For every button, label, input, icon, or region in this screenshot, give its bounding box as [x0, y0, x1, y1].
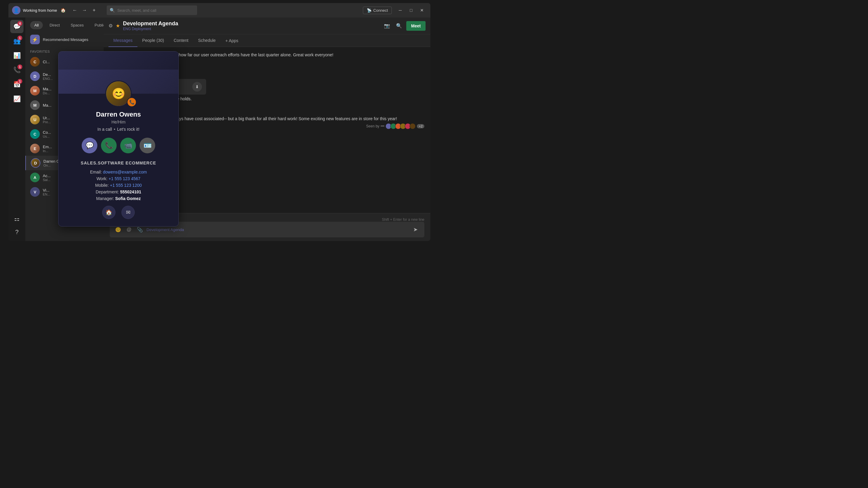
- tab-apps[interactable]: + Apps: [221, 34, 243, 47]
- calendar-badge: 1: [18, 79, 22, 84]
- title-emoji: 🏠: [61, 8, 66, 13]
- tab-schedule[interactable]: Schedule: [193, 34, 220, 47]
- profile-icon: 🏠: [105, 209, 112, 216]
- tab-people[interactable]: People (30): [137, 34, 169, 47]
- department-value: 555024101: [120, 190, 141, 194]
- sidebar-item-people[interactable]: 👥 1: [10, 34, 24, 47]
- connect-icon: 📡: [367, 8, 372, 13]
- work-phone-link[interactable]: +1 555 123 4567: [108, 176, 141, 181]
- contact-footer: 🏠 ✉: [66, 206, 171, 219]
- seen-count: +2: [417, 124, 424, 128]
- mobile-label: Mobile:: [95, 183, 109, 188]
- people-badge: 1: [18, 36, 22, 40]
- sidebar-bottom: ⚏ ?: [10, 212, 24, 238]
- mail-icon: ✉: [126, 209, 130, 216]
- profile-footer-button[interactable]: 🏠: [102, 206, 116, 219]
- send-button[interactable]: ➤: [410, 225, 420, 234]
- video-call-icon-btn[interactable]: 📷: [382, 21, 392, 31]
- title-bar: 👤 Working from home 🏠 ← → + 🔍 📡 Connect …: [8, 3, 430, 18]
- activity-icon: 📊: [13, 52, 21, 59]
- connect-button[interactable]: 📡 Connect: [363, 7, 392, 14]
- calls-badge: 1: [18, 64, 22, 69]
- window-controls: ─ □ ✕: [396, 6, 427, 14]
- maximize-button[interactable]: □: [406, 6, 416, 14]
- seen-label: Seen by: [366, 124, 379, 128]
- contact-card-bg: 😊 📞: [59, 52, 179, 94]
- call-action-icon: 📞: [105, 141, 113, 150]
- chat-header-icons: 📷 🔍 Meet: [382, 21, 426, 31]
- action-call-button[interactable]: 📞: [101, 138, 117, 153]
- avatar: M: [30, 100, 40, 110]
- chat-tabs: Messages People (30) Content Schedule + …: [104, 34, 430, 47]
- icon-sidebar: 💬 4 👥 1 📊 📞 1 📅 1 📈: [8, 18, 25, 241]
- download-button[interactable]: ⬇: [192, 82, 202, 92]
- meet-button[interactable]: Meet: [406, 21, 426, 31]
- search-bar: 🔍: [107, 5, 197, 15]
- avatar: A: [30, 173, 40, 182]
- chat-badge: 4: [18, 21, 22, 26]
- sidebar-item-apps[interactable]: ⚏: [10, 212, 24, 225]
- attach-button[interactable]: 📎: [135, 225, 144, 234]
- emoji-button[interactable]: 😊: [114, 225, 122, 234]
- chat-header: ⚙ ★ Development Agenda ENG Deployment 📷 …: [104, 18, 430, 34]
- card-action-icon: 🪪: [144, 141, 152, 150]
- at-mention-button[interactable]: @: [125, 225, 133, 234]
- tab-public[interactable]: Public: [90, 21, 104, 29]
- contact-department: Department: 555024101: [66, 190, 171, 194]
- channel-list-header: All Direct Spaces Public ≡: [25, 18, 104, 32]
- tab-content[interactable]: Content: [169, 34, 193, 47]
- work-label: Work:: [96, 176, 107, 181]
- mobile-phone-link[interactable]: +1 555 123 1200: [110, 183, 142, 188]
- nav-back-button[interactable]: ←: [70, 6, 79, 14]
- contact-manager: Manager: Sofia Gomez: [66, 196, 171, 201]
- avatar: V: [30, 187, 40, 197]
- title-nav: ← → +: [70, 6, 98, 14]
- avatar: D: [30, 71, 40, 81]
- settings-icon[interactable]: ⚙: [108, 23, 113, 29]
- search-messages-button[interactable]: 🔍: [394, 21, 404, 31]
- avatar: D: [31, 158, 40, 168]
- contact-actions: 💬 📞 📹 🪪: [66, 138, 171, 153]
- sidebar-item-activity[interactable]: 📊: [10, 49, 24, 62]
- close-button[interactable]: ✕: [417, 6, 427, 14]
- app-avatar: 👤: [12, 6, 21, 14]
- nav-forward-button[interactable]: →: [80, 6, 89, 14]
- action-video-button[interactable]: 📹: [120, 138, 136, 153]
- sidebar-item-calendar[interactable]: 📅 1: [10, 78, 24, 91]
- tab-spaces[interactable]: Spaces: [66, 21, 88, 29]
- manager-label: Manager:: [96, 196, 114, 201]
- manager-value: Sofia Gomez: [115, 196, 141, 201]
- department-label: Department:: [96, 190, 119, 194]
- tab-all[interactable]: All: [30, 21, 43, 29]
- sidebar-item-analytics[interactable]: 📈: [10, 92, 24, 105]
- recommended-messages-item[interactable]: ⚡ Recommended Messages: [25, 32, 104, 47]
- nav-add-button[interactable]: +: [90, 6, 98, 14]
- minimize-button[interactable]: ─: [396, 6, 405, 14]
- email-link[interactable]: dowens@example.com: [103, 170, 147, 174]
- tab-messages[interactable]: Messages: [108, 34, 137, 47]
- action-card-button[interactable]: 🪪: [140, 138, 155, 153]
- title-bar-right: 📡 Connect ─ □ ✕: [363, 6, 427, 14]
- help-icon: ?: [15, 229, 19, 235]
- sidebar-item-calls[interactable]: 📞 1: [10, 63, 24, 76]
- connect-label: Connect: [373, 8, 388, 13]
- email-label: Email:: [90, 170, 102, 174]
- avatar: M: [30, 86, 40, 96]
- apps-icon: ⚏: [14, 215, 20, 222]
- avatar: C: [30, 129, 40, 139]
- contact-status: In a call • Let's rock it!: [66, 127, 171, 132]
- chat-subtitle: ENG Deployment: [123, 27, 178, 31]
- app-title: Working from home: [23, 8, 57, 13]
- chat-title-group: Development Agenda ENG Deployment: [123, 21, 178, 31]
- analytics-icon: 📈: [13, 95, 21, 102]
- recommended-label: Recommended Messages: [43, 37, 88, 42]
- tab-direct[interactable]: Direct: [45, 21, 64, 29]
- input-recipient: Development Agenda: [147, 227, 184, 232]
- star-icon[interactable]: ★: [116, 23, 120, 29]
- contact-card: 😊 📞 Darren Owens He/Him In a call • Let'…: [58, 51, 179, 227]
- search-input[interactable]: [117, 8, 194, 13]
- mail-footer-button[interactable]: ✉: [121, 206, 135, 219]
- sidebar-item-help[interactable]: ?: [10, 225, 24, 238]
- action-chat-button[interactable]: 💬: [82, 138, 97, 153]
- sidebar-item-chat[interactable]: 💬 4: [10, 20, 24, 33]
